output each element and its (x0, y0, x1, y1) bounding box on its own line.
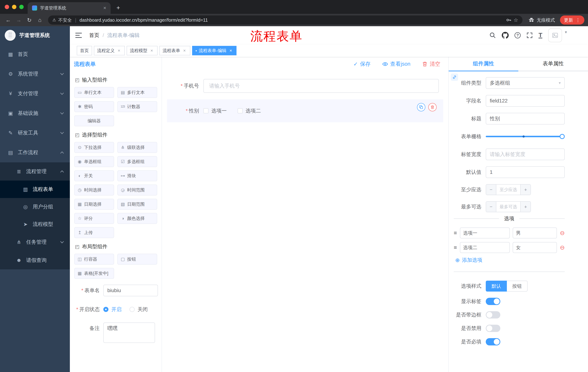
clear-button[interactable]: 清空 (422, 60, 440, 68)
tag-home[interactable]: 首页 (77, 46, 92, 55)
palette-item-button[interactable]: ▢按钮 (117, 254, 157, 265)
address-bar[interactable]: ⚠ 不安全 | dashboard.yudao.iocoder.cn/bpm/m… (48, 15, 523, 25)
avatar[interactable] (548, 28, 562, 42)
default-value-input[interactable] (486, 166, 565, 178)
required-toggle[interactable] (486, 338, 500, 345)
add-option-button[interactable]: ⊕ 添加选项 (455, 257, 565, 264)
palette-item-textarea[interactable]: ▤多行文本 (117, 87, 157, 98)
minimize-window-button[interactable] (12, 5, 16, 9)
sidebar-logo[interactable]: 芋道管理系统 (0, 26, 70, 44)
url-text[interactable]: dashboard.yudao.iocoder.cn/bpm/manager/f… (80, 18, 504, 23)
github-icon[interactable] (502, 32, 509, 39)
palette-item-slider[interactable]: ⊶滑块 (117, 170, 157, 181)
drag-handle-icon[interactable]: ≡ (454, 230, 457, 236)
status-radio-on[interactable]: 开启 (103, 306, 122, 313)
browser-menu-kebab-icon[interactable]: ⋮ (576, 17, 580, 23)
browser-update-button[interactable]: 更新 ⋮ (560, 15, 584, 25)
sidebar-item-process-form[interactable]: ▥ 流程表单 (0, 181, 70, 198)
palette-item-date-picker[interactable]: ▦日期选择 (74, 199, 114, 210)
component-doc-link-icon[interactable] (451, 74, 458, 81)
decrease-button[interactable]: − (486, 202, 496, 212)
close-icon[interactable]: × (182, 48, 187, 53)
sidebar-item-devtools[interactable]: ✎ 研发工具 (0, 123, 70, 143)
reload-icon[interactable]: ↻ (25, 15, 34, 25)
palette-item-cascader[interactable]: ⋔级联选择 (117, 142, 157, 153)
docs-help-icon[interactable]: ? (514, 32, 521, 38)
fullscreen-icon[interactable] (526, 32, 533, 38)
canvas-field-gender-selected[interactable]: *性别 选项一 选项二 (167, 99, 443, 122)
form-remark-textarea[interactable]: 嘿嘿 (103, 322, 155, 343)
sidebar-item-process-model[interactable]: ➤ 流程模型 (0, 215, 70, 233)
sidebar-item-dashboard[interactable]: ▦ 首页 (0, 44, 70, 64)
palette-item-rate[interactable]: ☆评分 (74, 213, 114, 224)
gender-option-2-checkbox[interactable]: 选项二 (238, 107, 261, 114)
show-label-toggle[interactable] (486, 298, 500, 305)
sidebar-item-process-mgmt[interactable]: ≣ 流程管理 (0, 162, 70, 181)
drag-handle-icon[interactable]: ≡ (454, 244, 457, 251)
status-radio-off[interactable]: 关闭 (129, 306, 148, 313)
copy-field-button[interactable] (417, 103, 425, 111)
canvas-body[interactable]: *手机号 *性别 选项一 选项二 (162, 71, 448, 372)
tab-close-icon[interactable]: × (102, 5, 108, 11)
tag-process-definition[interactable]: 流程定义 × (94, 46, 125, 55)
palette-item-table[interactable]: ▦表格[开发中] (74, 268, 114, 279)
palette-item-date-range[interactable]: ▧日期范围 (117, 199, 157, 210)
with-border-toggle[interactable] (486, 311, 500, 319)
canvas-field-phone[interactable]: *手机号 (167, 79, 443, 93)
palette-item-time-range[interactable]: ◶时间范围 (117, 185, 157, 195)
new-tab-button[interactable]: + (114, 3, 123, 12)
palette-item-password[interactable]: ✱密码 (74, 101, 114, 112)
bookmark-star-icon[interactable]: ☆ (514, 17, 518, 23)
save-button[interactable]: ✓ 保存 (353, 60, 370, 68)
browser-tab[interactable]: 芋道管理系统 × (28, 2, 111, 14)
palette-item-radio-group[interactable]: ◉单选框组 (74, 156, 114, 167)
close-window-button[interactable] (5, 5, 9, 9)
close-icon[interactable]: × (228, 48, 233, 53)
back-icon[interactable]: ← (4, 15, 13, 25)
tag-process-model[interactable]: 流程模型 × (127, 46, 158, 55)
close-icon[interactable]: × (149, 48, 154, 53)
palette-item-switch[interactable]: ◐开关 (74, 170, 114, 181)
min-select-value[interactable]: 至少应选 (496, 185, 520, 195)
view-json-button[interactable]: 查看json (382, 60, 410, 68)
close-icon[interactable]: × (116, 48, 122, 53)
decrease-button[interactable]: − (486, 185, 496, 195)
sidebar-item-user-group[interactable]: ◎ 用户分组 (0, 198, 70, 215)
delete-field-button[interactable] (428, 103, 437, 111)
font-size-icon[interactable]: T (538, 32, 542, 38)
sidebar-item-system[interactable]: ⚙ 系统管理 (0, 64, 70, 84)
disabled-toggle[interactable] (486, 325, 500, 332)
sidebar-item-leave-query[interactable]: ☻ 请假查询 (0, 251, 70, 269)
tag-process-form[interactable]: 流程表单 × (159, 46, 190, 55)
tab-component-props[interactable]: 组件属性 (449, 57, 518, 71)
option-style-default[interactable]: 默认 (486, 281, 507, 292)
forward-icon[interactable]: → (14, 15, 23, 25)
form-name-input[interactable] (103, 285, 158, 296)
increase-button[interactable]: + (520, 185, 531, 195)
component-type-select[interactable]: 多选框组 ▾ (486, 77, 565, 89)
option-2-label-input[interactable] (460, 242, 510, 253)
gender-option-1-checkbox[interactable]: 选项一 (203, 107, 227, 114)
slider-handle[interactable] (560, 134, 565, 139)
palette-item-counter[interactable]: 123计数器 (117, 101, 157, 112)
option-style-button[interactable]: 按钮 (507, 281, 528, 292)
title-input[interactable] (486, 113, 565, 125)
increase-button[interactable]: + (520, 202, 531, 212)
label-width-input[interactable] (486, 149, 565, 160)
tab-form-props[interactable]: 表单属性 (518, 57, 588, 71)
hamburger-icon[interactable] (75, 32, 83, 39)
palette-item-select[interactable]: ⊙下拉选择 (74, 142, 114, 153)
palette-item-single-line-text[interactable]: ▭单行文本 (74, 87, 114, 98)
search-icon[interactable] (489, 32, 496, 39)
maximize-window-button[interactable] (19, 5, 24, 9)
remove-option-icon[interactable]: ⊖ (560, 230, 565, 236)
remove-option-icon[interactable]: ⊖ (560, 244, 565, 251)
field-name-input[interactable] (486, 95, 565, 107)
sidebar-item-task-mgmt[interactable]: ⋔ 任务管理 (0, 233, 70, 251)
sidebar-item-workflow[interactable]: ▤ 工作流程 (0, 143, 70, 162)
phone-input[interactable] (203, 79, 439, 93)
grid-slider[interactable] (486, 131, 565, 142)
breadcrumb-home[interactable]: 首页 (89, 32, 99, 39)
password-key-icon[interactable] (506, 17, 511, 23)
palette-item-upload[interactable]: ↥上传 (74, 227, 114, 238)
